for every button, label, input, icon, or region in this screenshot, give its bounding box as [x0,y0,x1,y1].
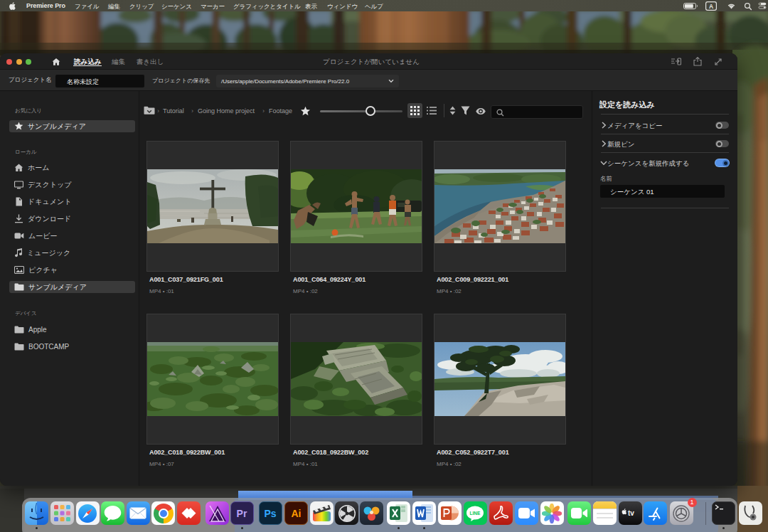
svg-text:tv: tv [628,509,634,517]
svg-text:A: A [709,3,713,10]
svg-text:LINE: LINE [470,511,481,516]
